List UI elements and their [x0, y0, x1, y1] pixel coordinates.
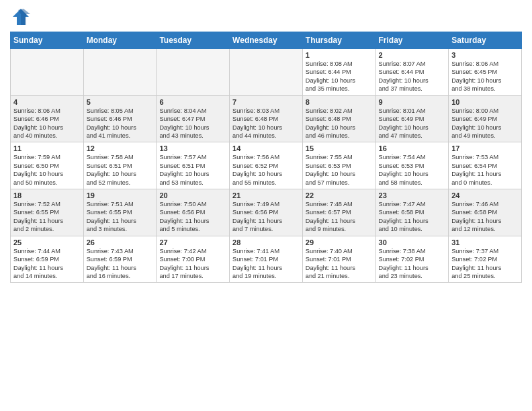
calendar-cell: 10Sunrise: 8:00 AM Sunset: 6:49 PM Dayli… — [449, 95, 522, 142]
day-number: 4 — [13, 98, 81, 106]
calendar-cell: 28Sunrise: 7:41 AM Sunset: 7:01 PM Dayli… — [230, 236, 303, 283]
cell-content: Sunrise: 7:38 AM Sunset: 7:02 PM Dayligh… — [379, 247, 446, 281]
calendar-cell: 12Sunrise: 7:58 AM Sunset: 6:51 PM Dayli… — [83, 142, 157, 189]
day-number: 13 — [159, 144, 226, 152]
day-number: 14 — [232, 144, 300, 152]
cell-content: Sunrise: 8:08 AM Sunset: 6:44 PM Dayligh… — [306, 60, 373, 93]
calendar-cell: 5Sunrise: 8:05 AM Sunset: 6:46 PM Daylig… — [83, 95, 157, 142]
cell-content: Sunrise: 8:06 AM Sunset: 6:45 PM Dayligh… — [451, 60, 519, 93]
calendar-cell: 17Sunrise: 7:53 AM Sunset: 6:54 PM Dayli… — [449, 142, 522, 189]
cell-content: Sunrise: 8:05 AM Sunset: 6:46 PM Dayligh… — [87, 107, 154, 140]
logo — [10, 10, 30, 26]
calendar-header-thursday: Thursday — [302, 32, 375, 49]
calendar-cell: 31Sunrise: 7:37 AM Sunset: 7:02 PM Dayli… — [449, 236, 522, 283]
cell-content: Sunrise: 7:43 AM Sunset: 6:59 PM Dayligh… — [87, 247, 154, 281]
calendar-cell: 7Sunrise: 8:03 AM Sunset: 6:48 PM Daylig… — [230, 95, 303, 142]
cell-content: Sunrise: 7:42 AM Sunset: 7:00 PM Dayligh… — [159, 247, 226, 281]
calendar-cell — [11, 49, 84, 96]
calendar-cell: 26Sunrise: 7:43 AM Sunset: 6:59 PM Dayli… — [83, 236, 157, 283]
cell-content: Sunrise: 8:00 AM Sunset: 6:49 PM Dayligh… — [451, 107, 519, 140]
day-number: 23 — [379, 191, 446, 199]
calendar-cell: 24Sunrise: 7:46 AM Sunset: 6:58 PM Dayli… — [449, 189, 522, 236]
calendar-cell: 15Sunrise: 7:55 AM Sunset: 6:53 PM Dayli… — [302, 142, 375, 189]
calendar-header-wednesday: Wednesday — [230, 32, 303, 49]
day-number: 16 — [379, 144, 446, 152]
calendar-cell: 21Sunrise: 7:49 AM Sunset: 6:56 PM Dayli… — [230, 189, 303, 236]
calendar-cell: 4Sunrise: 8:06 AM Sunset: 6:46 PM Daylig… — [11, 95, 84, 142]
day-number: 28 — [232, 238, 300, 246]
calendar-cell: 6Sunrise: 8:04 AM Sunset: 6:47 PM Daylig… — [157, 95, 230, 142]
cell-content: Sunrise: 8:02 AM Sunset: 6:48 PM Dayligh… — [306, 107, 373, 140]
day-number: 29 — [306, 238, 373, 246]
calendar-cell: 11Sunrise: 7:59 AM Sunset: 6:50 PM Dayli… — [11, 142, 84, 189]
calendar-cell: 13Sunrise: 7:57 AM Sunset: 6:51 PM Dayli… — [157, 142, 230, 189]
cell-content: Sunrise: 8:07 AM Sunset: 6:44 PM Dayligh… — [379, 60, 446, 93]
calendar-cell: 18Sunrise: 7:52 AM Sunset: 6:55 PM Dayli… — [11, 189, 84, 236]
day-number: 19 — [87, 191, 154, 199]
calendar-cell: 20Sunrise: 7:50 AM Sunset: 6:56 PM Dayli… — [157, 189, 230, 236]
calendar-cell: 22Sunrise: 7:48 AM Sunset: 6:57 PM Dayli… — [302, 189, 375, 236]
day-number: 30 — [379, 238, 446, 246]
day-number: 20 — [159, 191, 226, 199]
day-number: 26 — [87, 238, 154, 246]
cell-content: Sunrise: 7:48 AM Sunset: 6:57 PM Dayligh… — [306, 200, 373, 234]
calendar-week-5: 25Sunrise: 7:44 AM Sunset: 6:59 PM Dayli… — [11, 236, 522, 283]
calendar-week-4: 18Sunrise: 7:52 AM Sunset: 6:55 PM Dayli… — [11, 189, 522, 236]
cell-content: Sunrise: 7:46 AM Sunset: 6:58 PM Dayligh… — [451, 200, 519, 234]
calendar-cell: 8Sunrise: 8:02 AM Sunset: 6:48 PM Daylig… — [302, 95, 375, 142]
day-number: 10 — [451, 98, 519, 106]
day-number: 2 — [379, 51, 446, 59]
header — [10, 7, 522, 26]
cell-content: Sunrise: 7:54 AM Sunset: 6:53 PM Dayligh… — [379, 153, 446, 187]
calendar-header-row: SundayMondayTuesdayWednesdayThursdayFrid… — [11, 32, 522, 49]
cell-content: Sunrise: 7:58 AM Sunset: 6:51 PM Dayligh… — [87, 153, 154, 187]
calendar-header-sunday: Sunday — [11, 32, 84, 49]
calendar-cell — [157, 49, 230, 96]
day-number: 3 — [451, 51, 519, 59]
day-number: 24 — [451, 191, 519, 199]
day-number: 25 — [13, 238, 81, 246]
day-number: 9 — [379, 98, 446, 106]
cell-content: Sunrise: 7:41 AM Sunset: 7:01 PM Dayligh… — [232, 247, 300, 281]
cell-content: Sunrise: 7:50 AM Sunset: 6:56 PM Dayligh… — [159, 200, 226, 234]
day-number: 1 — [306, 51, 373, 59]
cell-content: Sunrise: 7:52 AM Sunset: 6:55 PM Dayligh… — [13, 200, 81, 234]
calendar-cell: 30Sunrise: 7:38 AM Sunset: 7:02 PM Dayli… — [375, 236, 449, 283]
calendar-cell: 14Sunrise: 7:56 AM Sunset: 6:52 PM Dayli… — [230, 142, 303, 189]
calendar-cell: 19Sunrise: 7:51 AM Sunset: 6:55 PM Dayli… — [83, 189, 157, 236]
calendar-week-1: 1Sunrise: 8:08 AM Sunset: 6:44 PM Daylig… — [11, 49, 522, 96]
cell-content: Sunrise: 8:01 AM Sunset: 6:49 PM Dayligh… — [379, 107, 446, 140]
cell-content: Sunrise: 7:47 AM Sunset: 6:58 PM Dayligh… — [379, 200, 446, 234]
calendar-cell: 25Sunrise: 7:44 AM Sunset: 6:59 PM Dayli… — [11, 236, 84, 283]
cell-content: Sunrise: 7:59 AM Sunset: 6:50 PM Dayligh… — [13, 153, 81, 187]
day-number: 31 — [451, 238, 519, 246]
day-number: 6 — [159, 98, 226, 106]
day-number: 7 — [232, 98, 300, 106]
calendar-cell: 2Sunrise: 8:07 AM Sunset: 6:44 PM Daylig… — [375, 49, 449, 96]
cell-content: Sunrise: 8:06 AM Sunset: 6:46 PM Dayligh… — [13, 107, 81, 140]
calendar-week-3: 11Sunrise: 7:59 AM Sunset: 6:50 PM Dayli… — [11, 142, 522, 189]
cell-content: Sunrise: 8:03 AM Sunset: 6:48 PM Dayligh… — [232, 107, 300, 140]
day-number: 27 — [159, 238, 226, 246]
cell-content: Sunrise: 7:44 AM Sunset: 6:59 PM Dayligh… — [13, 247, 81, 281]
calendar-header-saturday: Saturday — [449, 32, 522, 49]
cell-content: Sunrise: 7:53 AM Sunset: 6:54 PM Dayligh… — [451, 153, 519, 187]
calendar-cell — [230, 49, 303, 96]
day-number: 5 — [87, 98, 154, 106]
calendar-table: SundayMondayTuesdayWednesdayThursdayFrid… — [10, 32, 522, 283]
calendar-cell: 23Sunrise: 7:47 AM Sunset: 6:58 PM Dayli… — [375, 189, 449, 236]
calendar-cell: 16Sunrise: 7:54 AM Sunset: 6:53 PM Dayli… — [375, 142, 449, 189]
day-number: 8 — [306, 98, 373, 106]
calendar-cell: 3Sunrise: 8:06 AM Sunset: 6:45 PM Daylig… — [449, 49, 522, 96]
calendar-cell: 27Sunrise: 7:42 AM Sunset: 7:00 PM Dayli… — [157, 236, 230, 283]
calendar-cell — [83, 49, 157, 96]
page: SundayMondayTuesdayWednesdayThursdayFrid… — [0, 0, 532, 411]
day-number: 15 — [306, 144, 373, 152]
calendar-header-monday: Monday — [83, 32, 157, 49]
cell-content: Sunrise: 7:51 AM Sunset: 6:55 PM Dayligh… — [87, 200, 154, 234]
cell-content: Sunrise: 7:55 AM Sunset: 6:53 PM Dayligh… — [306, 153, 373, 187]
day-number: 21 — [232, 191, 300, 199]
day-number: 18 — [13, 191, 81, 199]
calendar-cell: 9Sunrise: 8:01 AM Sunset: 6:49 PM Daylig… — [375, 95, 449, 142]
calendar-header-tuesday: Tuesday — [157, 32, 230, 49]
